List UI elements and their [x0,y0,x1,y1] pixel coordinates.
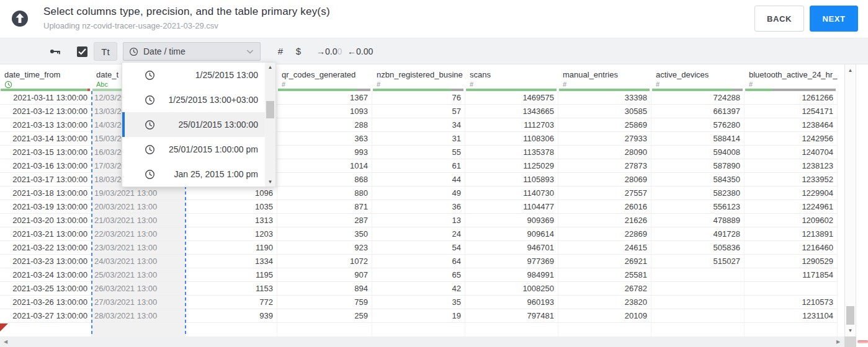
table-cell[interactable]: 34 [372,118,465,132]
vertical-scrollbar[interactable]: ▲ ▼ [844,64,856,336]
table-cell[interactable]: 28090 [558,146,651,159]
dropdown-scroll-down-icon[interactable]: ▼ [265,179,275,185]
table-cell[interactable]: 1135378 [465,146,558,159]
scroll-right-arrow-icon[interactable]: ▶ [836,339,840,345]
table-cell[interactable]: 1254171 [745,105,838,118]
table-cell[interactable]: 1104477 [465,200,558,214]
table-cell[interactable]: 797481 [465,309,558,323]
table-cell[interactable]: 1171854 [745,268,838,282]
format-option[interactable]: 25/01/2015 13:00:00 [122,112,266,137]
table-cell[interactable]: 1190 [186,241,277,255]
table-cell[interactable]: 49 [372,187,465,200]
table-cell[interactable]: 26/03/2021 13:00 [92,282,186,296]
table-cell[interactable]: 54 [372,241,465,255]
table-cell[interactable] [558,323,651,336]
table-cell[interactable]: 13 [372,214,465,227]
table-cell[interactable]: 1216460 [745,241,838,255]
table-cell[interactable]: 909614 [465,227,558,241]
table-cell[interactable]: 21626 [558,214,651,227]
column-header[interactable]: active_devices# [651,64,745,91]
column-header[interactable]: scans# [465,64,558,91]
format-option[interactable]: 25/01/2015 1:00:00 pm [122,137,266,162]
dropdown-scrollbar[interactable]: ▲ ▼ [265,63,275,187]
horizontal-scrollbar[interactable]: ◀ ▶ [0,336,844,347]
table-cell[interactable]: 1213891 [745,227,838,241]
table-cell[interactable]: 984991 [465,268,558,282]
table-cell[interactable]: 24 [372,227,465,241]
table-cell[interactable]: 868 [277,173,372,187]
table-cell[interactable]: 871 [277,200,372,214]
table-cell[interactable]: 1093 [277,105,372,118]
table-cell[interactable]: 20/03/2021 13:00 [92,200,186,214]
table-cell[interactable]: 57 [372,105,465,118]
table-cell[interactable]: 1224961 [745,200,838,214]
table-cell[interactable]: 2021-03-17 13:00:00 [0,173,92,187]
format-option[interactable]: 1/25/2015 13:00+03:00 [122,87,266,112]
table-cell[interactable]: 923 [277,241,372,255]
table-cell[interactable]: 26782 [558,282,651,296]
dropdown-scroll-thumb[interactable] [266,101,274,118]
table-cell[interactable]: 515027 [651,255,745,268]
table-cell[interactable] [745,323,838,336]
table-cell[interactable]: 759 [277,296,372,309]
table-cell[interactable] [651,268,745,282]
table-cell[interactable] [0,323,92,336]
checked-checkbox-icon[interactable] [77,46,87,57]
table-cell[interactable]: 1229904 [745,187,838,200]
table-cell[interactable]: 2021-03-23 13:00:00 [0,255,92,268]
table-cell[interactable]: 1125029 [465,159,558,173]
table-cell[interactable]: 946701 [465,241,558,255]
column-header[interactable]: bluetooth_active_24_hr_# [745,64,838,91]
table-cell[interactable]: 2021-03-14 13:00:00 [0,132,92,146]
table-cell[interactable]: 22/03/2021 13:00 [92,227,186,241]
table-cell[interactable]: 55 [372,146,465,159]
table-cell[interactable]: 22869 [558,227,651,241]
table-cell[interactable]: 24615 [558,241,651,255]
table-cell[interactable]: 288 [277,118,372,132]
table-cell[interactable]: 21/03/2021 13:00 [92,214,186,227]
table-cell[interactable]: 556123 [651,200,745,214]
table-cell[interactable]: 35 [372,296,465,309]
format-option[interactable]: Jan 25, 2015 1:00 pm [122,162,266,187]
table-cell[interactable]: 1240704 [745,146,838,159]
table-cell[interactable]: 363 [277,132,372,146]
table-cell[interactable]: 2021-03-20 13:00:00 [0,214,92,227]
table-cell[interactable]: 27557 [558,187,651,200]
column-header[interactable]: manual_entries# [558,64,651,91]
decrease-precision-button[interactable]: ←0.00 [347,38,373,64]
table-cell[interactable]: 19 [372,309,465,323]
table-cell[interactable]: 582380 [651,187,745,200]
table-cell[interactable]: 1153 [186,282,277,296]
table-cell[interactable]: 27933 [558,132,651,146]
table-cell[interactable]: 977369 [465,255,558,268]
table-cell[interactable]: 2021-03-12 13:00:00 [0,105,92,118]
table-cell[interactable]: 42 [372,282,465,296]
table-cell[interactable]: 25581 [558,268,651,282]
table-cell[interactable]: 960193 [465,296,558,309]
table-cell[interactable]: 26016 [558,200,651,214]
table-cell[interactable]: 28/03/2021 13:00 [92,309,186,323]
table-cell[interactable]: 2021-03-15 13:00:00 [0,146,92,159]
table-cell[interactable]: 1035 [186,200,277,214]
table-cell[interactable]: 993 [277,146,372,159]
table-cell[interactable]: 25869 [558,118,651,132]
table-cell[interactable]: 23820 [558,296,651,309]
increase-precision-button[interactable]: →0.00 [316,38,342,64]
table-cell[interactable]: 23/03/2021 13:00 [92,241,186,255]
table-cell[interactable]: 350 [277,227,372,241]
table-cell[interactable] [745,282,838,296]
table-cell[interactable]: 478889 [651,214,745,227]
table-cell[interactable]: 661397 [651,105,745,118]
table-cell[interactable]: 1238123 [745,159,838,173]
table-cell[interactable]: 1334 [186,255,277,268]
table-cell[interactable]: 1209602 [745,214,838,227]
table-cell[interactable] [92,323,186,336]
table-cell[interactable]: 2021-03-27 13:00:00 [0,309,92,323]
table-cell[interactable]: 594008 [651,146,745,159]
table-cell[interactable]: 25/03/2021 13:00 [92,268,186,282]
table-cell[interactable]: 287 [277,214,372,227]
table-cell[interactable]: 1108306 [465,132,558,146]
table-cell[interactable]: 2021-03-21 13:00:00 [0,227,92,241]
horizontal-scroll-thumb[interactable] [857,340,868,343]
currency-type-button[interactable]: $ [293,38,303,64]
